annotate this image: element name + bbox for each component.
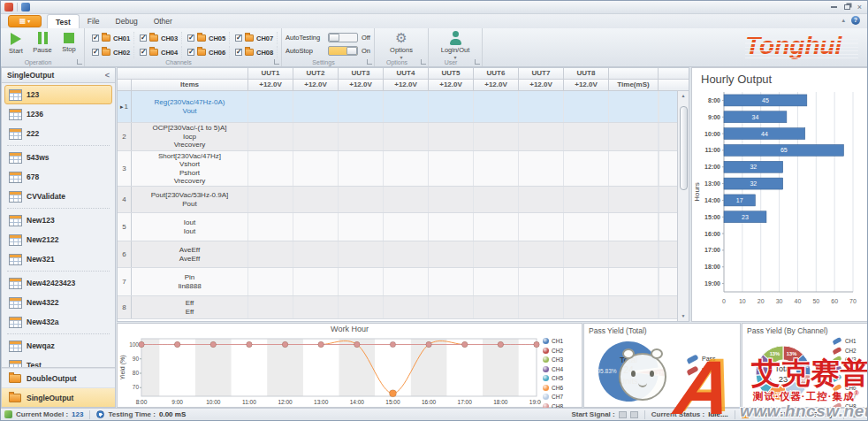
result-cell-uut1[interactable] — [248, 123, 293, 150]
table-row[interactable]: 5IoutIout — [118, 213, 689, 241]
result-cell-uut7[interactable] — [519, 268, 564, 295]
result-cell-uut2[interactable] — [293, 268, 339, 295]
result-cell-uut6[interactable] — [474, 268, 519, 295]
result-cell-uut3[interactable] — [339, 187, 384, 212]
table-row[interactable]: 2OCP[230Vac/-(1 to 5)A]IocpVrecovery — [118, 123, 689, 151]
help-icon[interactable]: ? — [851, 16, 860, 25]
result-cell-uut6[interactable] — [474, 91, 519, 122]
scrollbar-track[interactable] — [680, 101, 688, 311]
minimize-button[interactable] — [831, 6, 837, 8]
sidebar-item-new123[interactable]: New123 — [4, 210, 112, 230]
column-header-uut6[interactable]: UUT6 — [474, 68, 519, 80]
column-header-uut1[interactable]: UUT1 — [248, 68, 293, 80]
channel-checkbox-ch04[interactable]: CH04 — [136, 46, 182, 58]
sidebar-item-1236[interactable]: 1236 — [4, 104, 112, 124]
start-button[interactable]: Start — [4, 30, 27, 55]
result-cell-uut2[interactable] — [293, 151, 339, 186]
autotesting-toggle[interactable] — [328, 33, 358, 42]
result-cell-uut5[interactable] — [429, 241, 474, 267]
result-cell-uut5[interactable] — [429, 268, 474, 295]
tab-debug[interactable]: Debug — [108, 14, 146, 28]
result-cell-uut7[interactable] — [519, 123, 564, 150]
channel-checkbox-ch02[interactable]: CH02 — [88, 46, 134, 58]
result-cell-uut5[interactable] — [429, 151, 474, 186]
column-header-uut4[interactable]: UUT4 — [384, 68, 429, 80]
test-item-cell[interactable]: IoutIout — [132, 213, 248, 241]
result-cell-uut6[interactable] — [474, 123, 519, 150]
result-cell-uut4[interactable] — [384, 151, 429, 186]
result-cell-uut8[interactable] — [564, 296, 609, 318]
result-cell-uut8[interactable] — [564, 151, 609, 186]
result-cell-uut3[interactable] — [339, 296, 384, 318]
dialog-launcher-icon[interactable] — [367, 59, 372, 65]
result-cell-uut1[interactable] — [248, 296, 293, 318]
tab-file[interactable]: File — [80, 14, 108, 28]
sidebar-footer-doubleoutput[interactable]: DoubleOutput — [2, 368, 115, 387]
view-icon[interactable] — [850, 411, 860, 417]
vertical-scrollbar[interactable]: ▲ ▼ — [677, 91, 689, 321]
result-cell-uut2[interactable] — [293, 91, 339, 122]
result-cell-uut5[interactable] — [429, 213, 474, 241]
sidebar-header[interactable]: SingleOutput < — [2, 68, 115, 83]
close-button[interactable]: × — [857, 2, 862, 12]
test-item-cell[interactable]: PinIin8888 — [132, 268, 248, 295]
application-menu-button[interactable]: ▦ ▾ — [8, 15, 42, 27]
channel-checkbox-ch05[interactable]: CH05 — [184, 32, 230, 44]
channel-checkbox-ch08[interactable]: CH08 — [232, 46, 278, 58]
channel-checkbox-ch01[interactable]: CH01 — [88, 32, 134, 44]
result-cell-uut3[interactable] — [339, 151, 384, 186]
login-out-button[interactable]: Login/Out ▾ — [432, 30, 478, 60]
dialog-launcher-icon[interactable] — [77, 59, 82, 65]
result-cell-uut8[interactable] — [564, 123, 609, 150]
result-cell-uut3[interactable] — [339, 123, 384, 150]
channel-checkbox-ch03[interactable]: CH03 — [136, 32, 182, 44]
sidebar-footer-singleoutput[interactable]: SingleOutput — [2, 387, 115, 407]
quick-access-icon[interactable] — [21, 3, 30, 11]
test-item-cell[interactable]: Pout[230Vac/53Hz-0.9A]Pout — [132, 187, 248, 212]
dialog-launcher-icon[interactable] — [274, 59, 279, 65]
options-button[interactable]: ⚙ Options ▾ — [378, 30, 424, 60]
result-cell-uut1[interactable] — [248, 268, 293, 295]
channel-checkbox-ch06[interactable]: CH06 — [184, 46, 230, 58]
sidebar-item-543ws[interactable]: 543ws — [4, 148, 112, 167]
sidebar-item-cvvalidate[interactable]: CVValidate — [4, 187, 112, 206]
table-row[interactable]: 4Pout[230Vac/53Hz-0.9A]Pout — [118, 187, 689, 213]
result-cell-uut2[interactable] — [293, 123, 339, 150]
result-cell-uut4[interactable] — [384, 268, 429, 295]
sidebar-item-new2122[interactable]: New2122 — [4, 230, 112, 249]
table-row[interactable]: 8EffEff — [118, 296, 689, 319]
result-cell-uut2[interactable] — [293, 296, 339, 318]
test-item-cell[interactable]: Reg(230Vac/47Hz-0A)Vout — [132, 91, 248, 122]
sidebar-item-222[interactable]: 222 — [4, 124, 112, 143]
result-cell-uut1[interactable] — [248, 151, 293, 186]
result-cell-uut7[interactable] — [519, 241, 564, 267]
sidebar-item-678[interactable]: 678 — [4, 167, 112, 187]
stop-button[interactable]: Stop — [57, 30, 80, 55]
test-item-cell[interactable]: AveEffAveEff — [132, 241, 248, 267]
table-row[interactable]: ▸1Reg(230Vac/47Hz-0A)Vout — [118, 91, 689, 123]
result-cell-uut7[interactable] — [519, 151, 564, 186]
restore-button[interactable] — [844, 4, 850, 10]
scroll-down-icon[interactable]: ▼ — [681, 311, 686, 321]
column-header-items[interactable]: Items — [132, 80, 248, 91]
autostop-toggle[interactable] — [328, 46, 358, 56]
dialog-launcher-icon[interactable] — [421, 59, 426, 65]
result-cell-uut1[interactable] — [248, 241, 293, 267]
column-header-uut5[interactable]: UUT5 — [429, 68, 474, 80]
column-header-uut3[interactable]: UUT3 — [339, 68, 384, 80]
result-cell-uut5[interactable] — [429, 91, 474, 122]
result-cell-uut7[interactable] — [519, 91, 564, 122]
result-cell-uut4[interactable] — [384, 91, 429, 122]
scroll-up-icon[interactable]: ▲ — [681, 91, 686, 101]
column-header-time[interactable]: Time(mS) — [609, 80, 659, 91]
collapse-left-icon[interactable]: < — [105, 71, 110, 80]
result-cell-uut8[interactable] — [564, 213, 609, 241]
sidebar-item-new321[interactable]: New321 — [4, 249, 112, 269]
result-cell-uut6[interactable] — [474, 187, 519, 212]
sidebar-item-new42423423[interactable]: New42423423 — [4, 273, 112, 293]
result-cell-uut3[interactable] — [339, 241, 384, 267]
result-cell-uut1[interactable] — [248, 91, 293, 122]
result-cell-uut2[interactable] — [293, 241, 339, 267]
result-cell-uut6[interactable] — [474, 151, 519, 186]
result-cell-uut8[interactable] — [564, 241, 609, 267]
